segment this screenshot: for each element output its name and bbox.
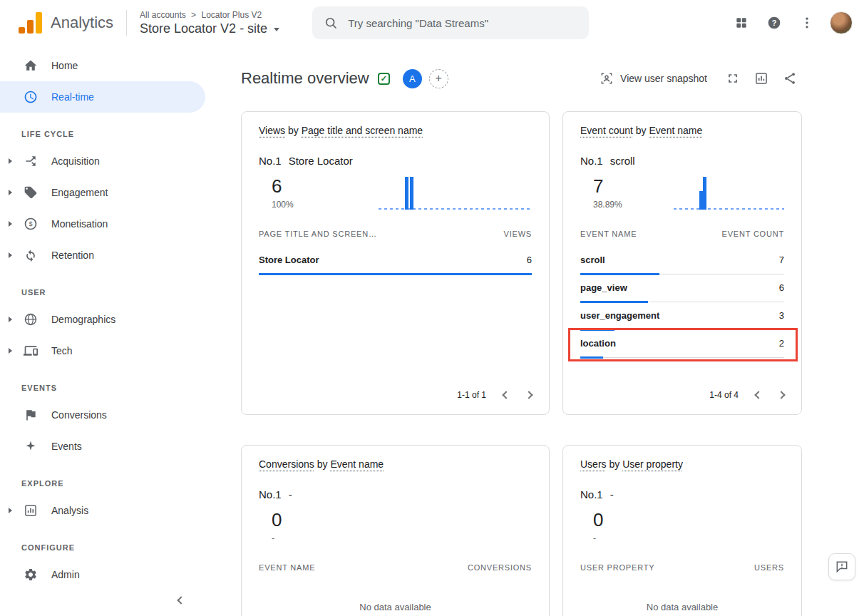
table-header-metric: USERS (754, 563, 784, 572)
table-header-dimension: EVENT NAME (259, 563, 315, 572)
view-user-snapshot-button[interactable]: View user snapshot (600, 71, 707, 86)
row-value: 6 (527, 255, 532, 265)
sidebar-item-tech[interactable]: Tech (0, 335, 205, 366)
table-header-dimension: EVENT NAME (580, 230, 637, 238)
rank-label: No.1 (259, 155, 282, 167)
pagination: 1-4 of 4 (709, 390, 784, 400)
top-item-value: scroll (610, 155, 635, 167)
metric-selector[interactable]: Conversions (259, 458, 314, 470)
analytics-logo[interactable] (19, 12, 42, 34)
sidebar-item-label: Admin (51, 569, 80, 580)
sidebar-section-user: USER (0, 271, 208, 304)
sidebar-item-realtime[interactable]: Real-time (0, 81, 205, 113)
help-button[interactable]: ? (760, 9, 788, 37)
next-page-button[interactable] (777, 391, 785, 399)
rank-label: No.1 (259, 488, 282, 500)
fullscreen-button[interactable] (720, 66, 746, 91)
expand-arrow-icon[interactable] (9, 317, 12, 322)
expand-arrow-icon[interactable] (9, 190, 12, 195)
card-views-by-page-title: Views by Page title and screen name No.1… (241, 111, 550, 415)
property-selector[interactable]: All accounts > Locator Plus V2 Store Loc… (140, 10, 279, 36)
prev-page-button[interactable] (754, 391, 762, 399)
card-users-by-user-property: Users by User property No.1 - 0 - (562, 445, 802, 616)
sidebar-item-engagement[interactable]: Engagement (0, 177, 205, 208)
metric-selector[interactable]: Users (580, 458, 607, 470)
comparison-chip[interactable]: A (403, 69, 422, 88)
breadcrumb-separator: > (191, 10, 196, 20)
dimension-selector[interactable]: Page title and screen name (302, 125, 423, 136)
sidebar-item-monetisation[interactable]: $ Monetisation (0, 208, 205, 240)
top-item-row: No.1 scroll (580, 155, 784, 167)
table-header-dimension: USER PROPERTY (580, 563, 654, 572)
header-actions: View user snapshot (600, 66, 803, 91)
sidebar-item-label: Retention (51, 250, 94, 261)
dimension-selector[interactable]: Event name (330, 458, 384, 470)
property-dropdown[interactable]: Store Locator V2 - site (140, 21, 279, 36)
expand-arrow-icon[interactable] (9, 508, 12, 513)
feedback-icon (835, 560, 849, 574)
sidebar-item-label: Tech (51, 345, 73, 356)
breadcrumb-account[interactable]: Locator Plus V2 (201, 10, 262, 20)
row-label: user_engagement (580, 310, 659, 321)
clock-icon (23, 89, 38, 105)
row-label: page_view (580, 282, 627, 293)
collapse-sidebar-button[interactable] (173, 592, 190, 609)
sidebar-item-acquisition[interactable]: Acquisition (0, 145, 205, 177)
row-label: location (580, 338, 616, 349)
row-value: 6 (779, 282, 784, 293)
apps-grid-button[interactable] (727, 9, 756, 37)
dimension-selector[interactable]: Event name (649, 125, 703, 136)
page-title: Realtime overview (241, 69, 369, 88)
prev-page-button[interactable] (502, 391, 510, 399)
dimension-selector[interactable]: User property (622, 458, 683, 470)
card-table: USER PROPERTY USERS No data available (580, 559, 784, 612)
expand-arrow-icon[interactable] (9, 158, 12, 164)
sidebar-item-label: Acquisition (51, 155, 100, 167)
sidebar-item-label: Home (51, 60, 78, 71)
sidebar-item-demographics[interactable]: Demographics (0, 304, 205, 335)
row-value: 3 (779, 310, 784, 321)
ga-app: Analytics All accounts > Locator Plus V2… (0, 0, 864, 616)
acquisition-icon (23, 153, 38, 169)
flag-icon (23, 407, 38, 423)
share-icon (783, 71, 797, 86)
account-avatar[interactable] (830, 11, 853, 34)
share-button[interactable] (777, 66, 803, 91)
sidebar-item-conversions[interactable]: Conversions (0, 399, 205, 431)
search-bar (312, 6, 589, 39)
sidebar-item-label: Analysis (51, 505, 88, 516)
help-icon: ? (767, 16, 781, 30)
customize-report-button[interactable] (749, 66, 774, 91)
expand-arrow-icon[interactable] (9, 348, 12, 354)
metric-value: 7 (593, 175, 622, 197)
more-options-button[interactable] (793, 9, 821, 37)
expand-arrow-icon[interactable] (9, 221, 12, 227)
chevron-left-icon (177, 596, 185, 604)
search-input[interactable] (348, 17, 577, 29)
add-comparison-button[interactable]: + (429, 69, 448, 88)
sidebar-item-home[interactable]: Home (0, 50, 205, 81)
sidebar-section-explore: EXPLORE (0, 462, 208, 495)
top-item-value: - (610, 488, 614, 500)
row-bar (580, 356, 603, 359)
sidebar-item-analysis[interactable]: Analysis (0, 495, 205, 526)
metric-selector[interactable]: Views (259, 125, 285, 136)
pagination-label: 1-1 of 1 (457, 390, 486, 400)
expand-arrow-icon[interactable] (9, 252, 12, 258)
data-quality-icon[interactable]: ✓ (378, 73, 390, 85)
metric-selector[interactable]: Event count (580, 125, 633, 136)
globe-icon (23, 312, 38, 327)
top-item-value: - (289, 488, 292, 500)
sidebar-item-label: Real-time (51, 91, 94, 103)
metric-percent: 100% (272, 200, 294, 210)
sidebar-item-events[interactable]: Events (0, 431, 205, 462)
next-page-button[interactable] (525, 391, 533, 399)
row-bar (259, 273, 532, 275)
breadcrumb-root[interactable]: All accounts (140, 10, 186, 20)
top-item-row: No.1 - (580, 488, 784, 500)
feedback-button[interactable] (828, 553, 855, 580)
sidebar-item-admin[interactable]: Admin (0, 559, 205, 590)
table-row-highlighted: location 2 (580, 330, 784, 358)
tag-icon (23, 185, 38, 200)
sidebar-item-retention[interactable]: Retention (0, 240, 205, 271)
